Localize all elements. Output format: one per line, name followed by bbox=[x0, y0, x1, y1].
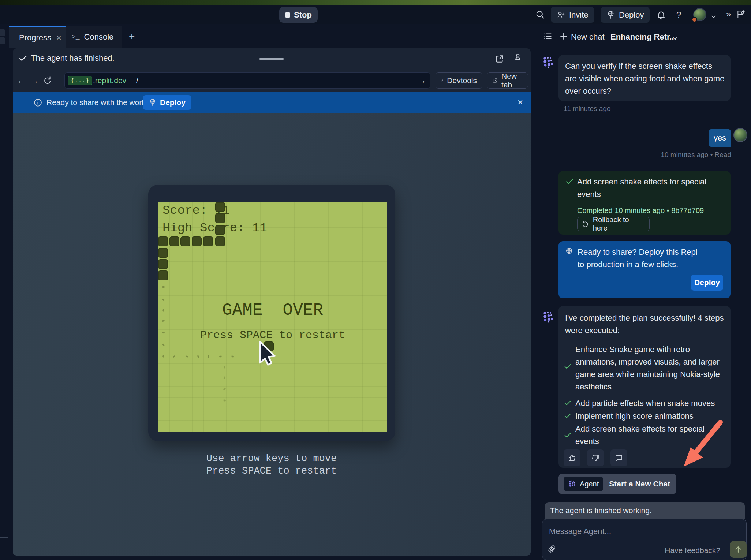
thumbs-up-icon bbox=[568, 453, 576, 462]
url-domain: .replit.dev bbox=[93, 76, 126, 85]
new-chat-button[interactable]: New chat bbox=[571, 32, 605, 42]
agent-status-bar-text: The agent is finished working. bbox=[550, 506, 652, 515]
pin-icon[interactable] bbox=[513, 53, 523, 63]
start-new-chat-label: Start a New Chat bbox=[609, 479, 670, 488]
agent-chip-label: Agent bbox=[580, 480, 599, 488]
instructions-line-2: Press SPACE to restart bbox=[162, 466, 381, 477]
check-icon bbox=[565, 177, 574, 186]
rollback-button[interactable]: Rollback to here bbox=[577, 217, 650, 231]
snake-segment bbox=[158, 259, 168, 269]
snake-segment bbox=[192, 236, 202, 246]
snake-segment bbox=[158, 236, 168, 246]
deploy-icon bbox=[564, 247, 574, 257]
session-title[interactable]: Enhancing Retr... bbox=[610, 32, 676, 42]
particle bbox=[162, 332, 165, 334]
flag-plus-icon[interactable] bbox=[736, 10, 746, 19]
forward-icon[interactable]: → bbox=[30, 75, 39, 86]
snake-segment bbox=[180, 236, 190, 246]
check-icon bbox=[564, 431, 572, 439]
agent-message-time: 11 minutes ago bbox=[564, 105, 611, 113]
snake-segment bbox=[215, 225, 225, 235]
pane-drag-handle[interactable] bbox=[259, 58, 284, 60]
rail-resize-handle[interactable] bbox=[0, 537, 8, 538]
banner-deploy-label: Deploy bbox=[160, 98, 186, 107]
paperclip-icon[interactable] bbox=[548, 545, 556, 553]
devtools-button[interactable]: Devtools bbox=[436, 72, 482, 89]
deploy-card-button[interactable]: Deploy bbox=[691, 275, 723, 291]
check-icon bbox=[564, 399, 572, 407]
rail-tab-1[interactable] bbox=[0, 29, 5, 36]
help-icon[interactable]: ? bbox=[676, 10, 681, 20]
agent-logo-icon bbox=[542, 310, 555, 324]
agent-message-bubble: Can you verify if the screen shake effec… bbox=[558, 55, 731, 101]
thumbs-down-button[interactable] bbox=[587, 449, 604, 466]
agent-status-text: The agent has finished. bbox=[31, 53, 115, 63]
chevron-down-icon[interactable] bbox=[671, 34, 679, 42]
deploy-card-text: Ready to share? Deploy this Repl to prod… bbox=[578, 246, 706, 271]
rail-tab-2[interactable] bbox=[0, 37, 5, 44]
comment-button[interactable] bbox=[610, 449, 627, 466]
completion-intro: I've completed the plan successfully! 4 … bbox=[565, 312, 725, 337]
user-message-time: 10 minutes ago • Read bbox=[661, 151, 731, 159]
close-icon[interactable]: × bbox=[56, 33, 61, 43]
chat-history-icon[interactable] bbox=[543, 31, 553, 41]
stop-label: Stop bbox=[294, 10, 312, 20]
step-item: Enhance Snake game with retro animations… bbox=[575, 343, 722, 393]
devtools-label: Devtools bbox=[447, 76, 477, 85]
thumbs-up-button[interactable] bbox=[564, 449, 580, 466]
chevron-down-icon[interactable] bbox=[710, 13, 717, 20]
user-message-text: yes bbox=[714, 133, 726, 143]
banner-close-icon[interactable]: × bbox=[518, 97, 523, 108]
top-navbar: Stop Invite Deploy ? » bbox=[0, 5, 751, 24]
bell-icon[interactable] bbox=[656, 10, 666, 20]
user-avatar bbox=[733, 128, 747, 142]
snake-segment bbox=[215, 236, 225, 246]
add-tab-button[interactable]: + bbox=[129, 31, 135, 42]
rollback-label: Rollback to here bbox=[593, 216, 645, 232]
agent-logo-icon bbox=[542, 56, 555, 69]
message-input[interactable] bbox=[549, 524, 703, 539]
game-high-score: High Score: 11 bbox=[162, 221, 267, 235]
start-new-chat-button[interactable]: Agent Start a New Chat bbox=[558, 474, 676, 494]
tab-bar: Progress × >_ Console + bbox=[8, 24, 535, 48]
step-item: Add particle effects when snake moves bbox=[575, 397, 722, 410]
snake-segment bbox=[203, 236, 213, 246]
url-bar[interactable]: {...} .replit.dev / → bbox=[64, 72, 430, 89]
tab-console[interactable]: >_ Console bbox=[66, 26, 122, 48]
task-card-title: Add screen shake effects for special eve… bbox=[577, 176, 715, 201]
snake-segment bbox=[215, 213, 225, 223]
plus-icon[interactable] bbox=[559, 32, 568, 41]
url-scheme-chip: {...} bbox=[68, 76, 92, 85]
back-icon[interactable]: ← bbox=[17, 75, 26, 86]
mouse-cursor bbox=[255, 339, 278, 370]
banner-deploy-button[interactable]: Deploy bbox=[143, 95, 191, 110]
instructions-line-1: Use arrow keys to move bbox=[162, 453, 381, 464]
new-tab-button[interactable]: New tab bbox=[487, 72, 528, 89]
stop-button[interactable]: Stop bbox=[279, 7, 318, 23]
send-button[interactable] bbox=[730, 541, 747, 558]
thumbs-down-icon bbox=[591, 453, 600, 462]
banner-text: Ready to share with the world? bbox=[46, 98, 152, 107]
url-go-button[interactable]: → bbox=[414, 73, 430, 88]
deploy-label: Deploy bbox=[619, 10, 644, 20]
replit-workspace: Stop Invite Deploy ? » bbox=[0, 0, 751, 560]
annotation-arrow bbox=[676, 417, 731, 470]
check-icon bbox=[18, 53, 28, 63]
snake-segment bbox=[215, 202, 225, 212]
person-plus-icon bbox=[557, 11, 565, 19]
feedback-link[interactable]: Have feedback? bbox=[665, 546, 720, 555]
tab-progress[interactable]: Progress × bbox=[9, 26, 66, 48]
invite-button[interactable]: Invite bbox=[551, 7, 594, 23]
url-divider bbox=[131, 75, 131, 86]
tab-progress-label: Progress bbox=[19, 33, 51, 42]
search-icon[interactable] bbox=[535, 10, 545, 20]
wallpaper-strip bbox=[0, 0, 751, 5]
collapse-icon[interactable]: » bbox=[726, 9, 731, 19]
agent-logo-icon bbox=[568, 479, 577, 488]
deploy-button-top[interactable]: Deploy bbox=[601, 7, 650, 23]
check-icon bbox=[564, 412, 572, 420]
open-external-icon[interactable] bbox=[495, 54, 504, 64]
snake-segment bbox=[158, 248, 168, 258]
refresh-icon[interactable] bbox=[42, 75, 52, 85]
undo-icon bbox=[582, 220, 589, 228]
